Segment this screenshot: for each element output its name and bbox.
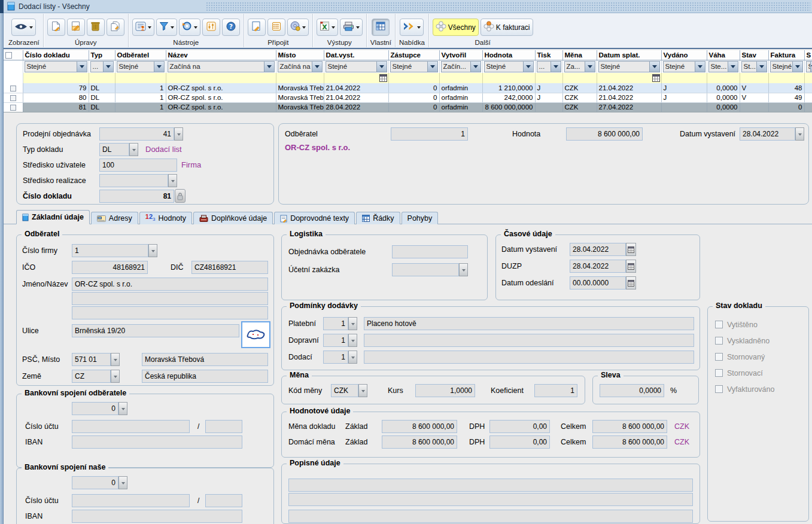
zaklad-domaci-field[interactable]: 8 600 000,00 bbox=[382, 435, 457, 449]
export-excel-button[interactable]: X bbox=[317, 19, 338, 36]
bank-nase-banka-field[interactable] bbox=[205, 494, 242, 507]
dic-field[interactable]: CZ48168921 bbox=[191, 261, 268, 274]
filter-vsechny-button[interactable]: Všechny bbox=[433, 19, 479, 36]
delete-record-button[interactable] bbox=[87, 19, 105, 36]
filter-input-15[interactable] bbox=[768, 73, 804, 83]
filter-dropdown-button[interactable] bbox=[585, 62, 595, 72]
platebni-spinner[interactable] bbox=[348, 317, 357, 330]
grid-column-header-8[interactable]: Hodnota bbox=[482, 50, 535, 60]
filter-select-13[interactable]: Ste... bbox=[708, 61, 738, 72]
filter-input-14[interactable] bbox=[740, 73, 768, 83]
filter-dropdown-button[interactable] bbox=[470, 62, 480, 72]
filter-select-1[interactable]: ... bbox=[90, 61, 114, 72]
jmeno-field[interactable]: OR-CZ spol. s r.o. bbox=[72, 278, 268, 291]
duzp-field[interactable]: 28.04.2022 bbox=[570, 260, 626, 273]
settings-button[interactable] bbox=[202, 19, 220, 36]
tab-1[interactable]: Adresy bbox=[91, 212, 138, 224]
filter-input-10[interactable] bbox=[562, 73, 597, 83]
grid-column-header-11[interactable]: Datum splat. bbox=[597, 50, 661, 60]
celkem-domaci-field[interactable]: 8 600 000,00 bbox=[592, 435, 667, 449]
menu-button[interactable] bbox=[400, 19, 424, 36]
tab-5[interactable]: Řádky bbox=[356, 212, 400, 224]
status-checkbox-row-2[interactable]: Stornovaný bbox=[708, 349, 808, 365]
datum-vystaveni-field[interactable]: 28.04.2022 bbox=[740, 127, 795, 141]
filter-dropdown-button[interactable] bbox=[728, 62, 738, 72]
filter-select-5[interactable]: Stejné bbox=[326, 61, 387, 72]
stredisko-uzivatele-field[interactable]: 100 bbox=[99, 159, 177, 172]
bank-nase-iban-field[interactable] bbox=[72, 510, 242, 523]
view-button[interactable] bbox=[11, 19, 36, 36]
dopravni-text-field[interactable] bbox=[364, 334, 694, 347]
filter-button[interactable] bbox=[156, 19, 177, 36]
grid-row-80[interactable]: 80DL1OR-CZ spol. s r.o.Moravská Třebová2… bbox=[4, 93, 812, 102]
odberatel-field[interactable]: 1 bbox=[391, 127, 468, 141]
objednavka-field[interactable] bbox=[392, 245, 468, 258]
filter-select-3[interactable]: Začíná na bbox=[168, 61, 275, 72]
dodaci-field[interactable]: 1 bbox=[323, 351, 348, 364]
zakazka-field[interactable] bbox=[392, 263, 459, 276]
prodejni-objednavka-field[interactable]: 41 bbox=[99, 127, 174, 141]
filter-select-14[interactable]: St... bbox=[741, 61, 767, 72]
zaklad-doklad-field[interactable]: 8 600 000,00 bbox=[382, 420, 457, 433]
grid-column-header-15[interactable]: Faktura bbox=[768, 50, 804, 60]
grid-column-header-5[interactable]: Dat.vyst. bbox=[324, 50, 388, 60]
checkbox-icon[interactable] bbox=[715, 353, 723, 361]
filter-input-8[interactable] bbox=[482, 73, 535, 83]
cislo-dokladu-field[interactable]: 81 bbox=[99, 190, 174, 203]
platebni-text-field[interactable]: Placeno hotově bbox=[364, 317, 694, 330]
platebni-field[interactable]: 1 bbox=[323, 317, 348, 330]
zeme-field[interactable]: CZ bbox=[72, 370, 111, 383]
filter-input-3[interactable] bbox=[166, 73, 276, 83]
grid-column-header-2[interactable]: Odběratel bbox=[115, 50, 166, 60]
jmeno-field-2[interactable] bbox=[72, 292, 268, 305]
filter-select-6[interactable]: Stejné bbox=[390, 61, 438, 72]
kod-meny-field[interactable]: CZK bbox=[331, 384, 358, 397]
filter-dropdown-button[interactable] bbox=[427, 62, 437, 72]
filter-select-9[interactable]: ... bbox=[537, 61, 561, 72]
checkbox-icon[interactable] bbox=[715, 337, 723, 345]
grid-column-header-14[interactable]: Stav bbox=[740, 50, 768, 60]
filter-input-13[interactable] bbox=[707, 73, 740, 83]
bank-odb-index-field[interactable]: 0 bbox=[72, 402, 118, 415]
typ-dokladu-spinner[interactable] bbox=[129, 143, 138, 156]
popisne-field-2[interactable] bbox=[288, 493, 693, 506]
psc-field[interactable]: 571 01 bbox=[72, 353, 111, 366]
kurs-field[interactable]: 1,0000 bbox=[415, 384, 475, 397]
status-checkbox-row-3[interactable]: Stornovací bbox=[708, 365, 808, 381]
zeme-name-field[interactable]: Česká republika bbox=[142, 370, 268, 383]
attach-media-button[interactable] bbox=[287, 19, 309, 36]
prodejni-objednavka-spinner[interactable] bbox=[174, 127, 183, 141]
tab-2[interactable]: 123Hodnoty bbox=[139, 212, 192, 224]
dopravni-spinner[interactable] bbox=[348, 334, 357, 347]
attach-note-button[interactable] bbox=[248, 19, 266, 36]
zeme-spinner[interactable] bbox=[111, 370, 120, 383]
filter-input-16[interactable] bbox=[804, 73, 812, 83]
filter-dropdown-button[interactable] bbox=[264, 62, 274, 72]
status-checkbox-row-0[interactable]: Vytištěno bbox=[708, 316, 808, 333]
filter-select-15[interactable]: Stejné bbox=[770, 61, 803, 72]
tab-4[interactable]: Doprovodné texty bbox=[274, 212, 355, 224]
select-all-header[interactable] bbox=[4, 50, 23, 60]
bank-odb-ucet-field[interactable] bbox=[72, 420, 190, 433]
filter-k-fakturaci-button[interactable]: K fakturaci bbox=[480, 19, 533, 36]
checkbox-icon[interactable] bbox=[715, 385, 723, 393]
grid-column-header-7[interactable]: Vytvořil bbox=[439, 50, 482, 60]
filter-select-7[interactable]: Začín... bbox=[441, 61, 481, 72]
grid-column-header-9[interactable]: Tisk bbox=[535, 50, 562, 60]
filter-dropdown-button[interactable] bbox=[154, 62, 164, 72]
filter-select-16[interactable]: S bbox=[806, 61, 812, 72]
celkem-doklad-field[interactable]: 8 600 000,00 bbox=[592, 420, 667, 433]
filter-select-4[interactable]: Začíná na bbox=[278, 61, 323, 72]
popisne-field-1[interactable] bbox=[288, 479, 693, 492]
checkbox-icon[interactable] bbox=[715, 369, 723, 377]
window-titlebar[interactable]: Dodací listy - Všechny bbox=[4, 0, 812, 13]
vystaveni-calendar-button[interactable] bbox=[626, 243, 636, 256]
row-checkbox[interactable] bbox=[10, 86, 16, 92]
grid-row-81[interactable]: 81DL1OR-CZ spol. s r.o.Moravská Třebová2… bbox=[4, 102, 812, 112]
dodaci-spinner[interactable] bbox=[348, 351, 357, 364]
filter-dropdown-button[interactable] bbox=[551, 62, 561, 72]
hodnota-field[interactable]: 8 600 000,00 bbox=[566, 127, 643, 141]
ico-field[interactable]: 48168921 bbox=[72, 261, 148, 274]
datum-vystaveni-spinner[interactable] bbox=[795, 127, 804, 141]
filter-input-0[interactable] bbox=[23, 73, 89, 83]
